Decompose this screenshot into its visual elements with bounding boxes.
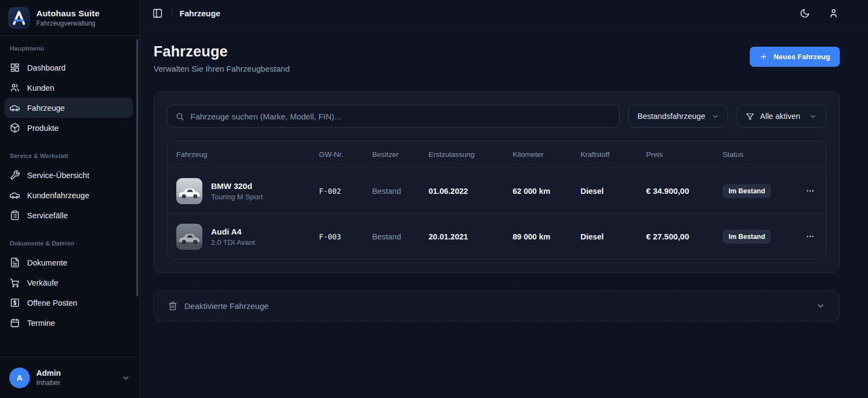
sidebar-item-offene-posten[interactable]: Offene Posten xyxy=(4,293,133,313)
sidebar-item-label: Service-Übersicht xyxy=(27,171,89,180)
cell-kilometer: 89 000 km xyxy=(513,232,580,241)
sidebar-item-label: Dokumente xyxy=(27,258,67,267)
sidebar-scrollbar[interactable] xyxy=(136,39,138,296)
sidebar: Autohaus Suite Fahrzeugverwaltung Hauptm… xyxy=(0,0,140,398)
dark-mode-toggle-button[interactable] xyxy=(797,6,812,21)
avatar: A xyxy=(9,368,30,388)
table-header-row: Fahrzeug GW-Nr. Besitzer Erstzulassung K… xyxy=(168,141,826,168)
table-row[interactable]: BMW 320d Touring M Sport F-002 Bestand 0… xyxy=(168,168,826,213)
nav-section-dokumente: Dokumente & Dateien Dokumente Verkäufe xyxy=(4,240,133,333)
sidebar-item-produkte[interactable]: Produkte xyxy=(4,118,133,138)
user-name: Admin xyxy=(36,369,61,377)
sidebar-item-label: Dashboard xyxy=(27,64,66,72)
column-header-erstzulassung: Erstzulassung xyxy=(429,150,513,159)
new-vehicle-button[interactable]: Neues Fahrzeug xyxy=(750,47,840,67)
cell-kraftstoff: Diesel xyxy=(580,232,646,241)
cell-erstzulassung: 20.01.2021 xyxy=(429,232,513,241)
vehicle-text: BMW 320d Touring M Sport xyxy=(211,181,263,201)
sidebar-item-verkaeufe[interactable]: Verkäufe xyxy=(4,273,133,293)
vehicle-type-dropdown[interactable]: Bestandsfahrzeuge xyxy=(628,105,728,128)
cell-kraftstoff: Diesel xyxy=(580,187,646,195)
vehicle-cell: BMW 320d Touring M Sport xyxy=(176,178,319,204)
sidebar-item-label: Verkäufe xyxy=(27,279,58,287)
deactivated-vehicles-panel[interactable]: Deaktivierte Fahrzeuge xyxy=(154,290,840,321)
sidebar-item-label: Offene Posten xyxy=(27,299,77,307)
sidebar-brand: Autohaus Suite Fahrzeugverwaltung xyxy=(0,0,139,36)
column-header-kraftstoff: Kraftstoff xyxy=(580,150,646,159)
sidebar-item-service-uebersicht[interactable]: Service-Übersicht xyxy=(4,165,133,185)
topbar-title: Fahrzeuge xyxy=(180,9,220,18)
app-window: Autohaus Suite Fahrzeugverwaltung Hauptm… xyxy=(0,0,868,398)
row-actions-button[interactable] xyxy=(803,184,817,198)
table-row[interactable]: Audi A4 2.0 TDI Avant F-003 Bestand 20.0… xyxy=(168,213,826,259)
sidebar-item-label: Servicefälle xyxy=(27,211,68,220)
page-subtitle: Verwalten Sie Ihren Fahrzeugbestand xyxy=(154,64,290,73)
vehicle-name: BMW 320d xyxy=(211,181,263,191)
vehicle-thumbnail xyxy=(176,224,202,250)
panel-left-icon xyxy=(152,8,163,18)
search-box xyxy=(167,105,620,128)
topbar: Fahrzeuge xyxy=(140,0,868,27)
nav-section-hauptmenu: Hauptmenü Dashboard Kunden xyxy=(4,45,133,138)
deactivated-panel-label: Deaktivierte Fahrzeuge xyxy=(184,301,269,311)
vehicles-table: Fahrzeug GW-Nr. Besitzer Erstzulassung K… xyxy=(167,141,826,260)
topbar-divider xyxy=(172,9,173,17)
user-info: Admin Inhaber xyxy=(36,369,61,387)
sidebar-item-label: Produkte xyxy=(27,124,59,132)
filter-icon xyxy=(746,112,754,121)
clipboard-icon xyxy=(10,210,20,220)
vehicle-text: Audi A4 2.0 TDI Avant xyxy=(211,227,255,247)
chevron-down-icon xyxy=(711,112,719,121)
invoice-icon xyxy=(10,298,20,308)
sidebar-item-fahrzeuge[interactable]: Fahrzeuge xyxy=(4,98,133,118)
topbar-actions xyxy=(797,6,841,21)
sidebar-item-servicefaelle[interactable]: Servicefälle xyxy=(4,205,133,225)
row-actions-button[interactable] xyxy=(803,230,817,243)
page-content: Fahrzeuge Verwalten Sie Ihren Fahrzeugbe… xyxy=(140,27,868,398)
sidebar-item-dashboard[interactable]: Dashboard xyxy=(4,58,133,78)
vehicle-thumbnail xyxy=(176,178,202,204)
cell-besitzer: Bestand xyxy=(372,232,429,241)
vehicle-variant: 2.0 TDI Avant xyxy=(211,238,255,247)
account-button[interactable] xyxy=(826,6,841,21)
page-header-text: Fahrzeuge Verwalten Sie Ihren Fahrzeugbe… xyxy=(154,43,290,73)
car-icon xyxy=(10,190,20,200)
package-icon xyxy=(10,123,20,133)
vehicle-name: Audi A4 xyxy=(211,227,255,236)
chevron-down-icon xyxy=(809,112,817,121)
app-logo-icon xyxy=(8,7,30,29)
sidebar-item-label: Kunden xyxy=(27,84,54,92)
car-icon xyxy=(10,103,20,113)
cell-erstzulassung: 01.06.2022 xyxy=(429,187,513,195)
sidebar-item-label: Termine xyxy=(27,319,55,327)
column-header-status: Status xyxy=(723,150,796,159)
user-role: Inhaber xyxy=(36,378,61,387)
moon-icon xyxy=(800,8,810,18)
sidebar-item-dokumente[interactable]: Dokumente xyxy=(4,252,133,273)
calendar-icon xyxy=(10,318,20,328)
brand-text: Autohaus Suite Fahrzeugverwaltung xyxy=(36,9,99,27)
sidebar-item-termine[interactable]: Termine xyxy=(4,313,133,333)
users-icon xyxy=(10,83,20,93)
chevron-down-icon xyxy=(816,301,825,311)
status-badge: Im Bestand xyxy=(723,184,771,198)
cell-gw-nr: F-002 xyxy=(319,187,372,195)
column-header-kilometer: Kilometer xyxy=(513,150,580,159)
user-icon xyxy=(828,8,839,18)
status-filter-dropdown[interactable]: Alle aktiven xyxy=(737,105,826,128)
brand-subtitle: Fahrzeugverwaltung xyxy=(36,20,99,27)
cell-gw-nr: F-003 xyxy=(319,232,372,241)
user-menu[interactable]: A Admin Inhaber xyxy=(0,357,139,398)
nav-section-label: Dokumente & Dateien xyxy=(4,240,133,247)
wrench-icon xyxy=(10,170,20,180)
sidebar-item-label: Kundenfahrzeuge xyxy=(27,191,90,200)
sidebar-item-kunden[interactable]: Kunden xyxy=(4,78,133,98)
sidebar-toggle-button[interactable] xyxy=(150,6,165,21)
nav-section-service: Service & Werkstatt Service-Übersicht Ku… xyxy=(4,153,133,225)
dashboard-icon xyxy=(10,62,20,73)
sidebar-item-kundenfahrzeuge[interactable]: Kundenfahrzeuge xyxy=(4,185,133,205)
sidebar-nav: Hauptmenü Dashboard Kunden xyxy=(0,36,139,357)
search-input[interactable] xyxy=(190,112,611,121)
column-header-besitzer: Besitzer xyxy=(372,150,429,159)
cell-kilometer: 62 000 km xyxy=(513,187,580,195)
